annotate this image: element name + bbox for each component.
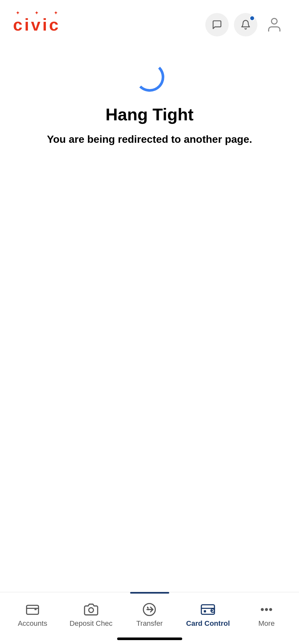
profile-button[interactable] [263, 13, 286, 36]
transfer-icon: $ [142, 602, 156, 617]
header-icons [205, 13, 286, 36]
star-2: ✦ [34, 10, 39, 16]
home-indicator [117, 637, 182, 640]
nav-item-more[interactable]: More [237, 602, 296, 628]
nav-label-deposit-check: Deposit Chec [70, 619, 113, 628]
nav-item-accounts[interactable]: Accounts [3, 602, 62, 628]
bell-icon [240, 20, 251, 30]
notification-button[interactable] [234, 13, 257, 36]
star-1: ✦ [16, 10, 20, 16]
star-3: ✦ [54, 10, 58, 16]
svg-point-8 [261, 609, 263, 610]
loading-spinner [135, 62, 164, 92]
hang-tight-title: Hang Tight [105, 105, 194, 124]
nav-item-transfer[interactable]: $ Transfer [120, 602, 179, 628]
user-icon [266, 16, 283, 33]
spinner-animation [135, 62, 164, 92]
nav-label-transfer: Transfer [136, 619, 163, 628]
logo-stars: ✦ ✦ ✦ [13, 10, 61, 16]
svg-point-10 [270, 609, 272, 610]
nav-label-card-control: Card Control [186, 619, 230, 628]
nav-label-accounts: Accounts [18, 619, 48, 628]
bottom-nav: Accounts Deposit Chec $ Transfer Card Co… [0, 592, 299, 644]
logo-container: ✦ ✦ ✦ civic [13, 15, 61, 34]
nav-item-deposit-check[interactable]: Deposit Chec [62, 602, 120, 628]
nav-label-more: More [258, 619, 275, 628]
main-content: Hang Tight You are being redirected to a… [0, 43, 299, 147]
svg-text:$: $ [147, 606, 149, 611]
svg-rect-1 [27, 605, 39, 614]
civic-logo: ✦ ✦ ✦ civic [13, 15, 61, 34]
svg-point-9 [265, 609, 267, 610]
hang-tight-subtitle: You are being redirected to another page… [27, 132, 272, 147]
nav-item-card-control[interactable]: Card Control [179, 602, 237, 628]
card-icon [201, 602, 215, 617]
notification-dot [250, 16, 255, 21]
chat-icon [212, 20, 222, 30]
wallet-icon [25, 602, 40, 617]
header: ✦ ✦ ✦ civic [0, 0, 299, 43]
svg-point-0 [271, 19, 277, 24]
camera-icon [84, 602, 98, 617]
svg-point-2 [88, 608, 93, 612]
chat-button[interactable] [205, 13, 229, 36]
logo-text: civic [13, 15, 61, 34]
active-nav-indicator [130, 592, 169, 594]
more-dots-icon [259, 602, 274, 617]
